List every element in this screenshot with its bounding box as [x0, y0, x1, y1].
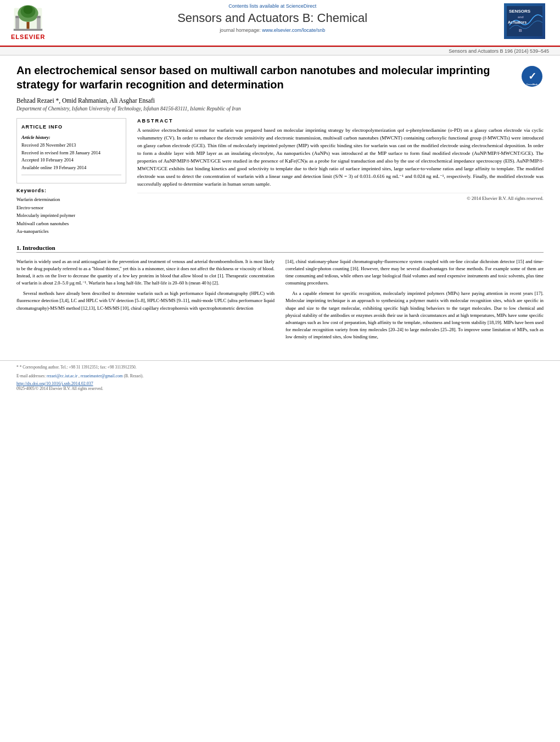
journal-header: ELSEVIER Contents lists available at Sci… — [0, 0, 560, 47]
email1-link[interactable]: rezaei@cc.iut.ac.ir — [47, 373, 77, 378]
main-content: An electrochemical sensor based on multi… — [0, 55, 560, 352]
svg-rect-9 — [37, 16, 41, 18]
sciencedirect-line: Contents lists available at ScienceDirec… — [56, 3, 489, 9]
keywords-section: Keywords: Warfarin determination Electro… — [16, 188, 126, 235]
article-info-abstract-section: ARTICLE INFO Article history: Received 2… — [16, 118, 544, 236]
received-revised-date: Received in revised form 28 January 2014 — [21, 149, 121, 157]
crossmark-svg: ✓ CrossMark — [522, 66, 542, 87]
elsevier-logo: ELSEVIER — [11, 3, 45, 40]
affiliation-line: Department of Chemistry, Isfahan Univers… — [16, 106, 544, 111]
footnote-corresponding: * * Corresponding author. Tel.: +98 31 1… — [16, 364, 544, 370]
sensors-logo-graphic: SENSORS and AcTuators B — [507, 6, 542, 36]
intro-heading: 1. Introduction — [16, 244, 544, 253]
article-info-box: ARTICLE INFO Article history: Received 2… — [16, 118, 126, 183]
crossmark-icon: ✓ CrossMark — [522, 66, 542, 87]
homepage-label: journal homepage: — [220, 27, 261, 33]
available-online-date: Available online 19 February 2014 — [21, 164, 121, 172]
journal-title: Sensors and Actuators B: Chemical — [56, 11, 489, 25]
article-info-column: ARTICLE INFO Article history: Received 2… — [16, 118, 126, 236]
copyright-line: © 2014 Elsevier B.V. All rights reserved… — [137, 193, 544, 201]
page: ELSEVIER Contents lists available at Sci… — [0, 0, 560, 742]
keywords-heading: Keywords: — [16, 188, 126, 193]
info-divider — [21, 175, 121, 175]
intro-para4: As a capable element for specific recogn… — [285, 290, 544, 341]
footnote-email: E-mail addresses: rezaei@cc.iut.ac.ir , … — [16, 373, 544, 379]
article-title-section: An electrochemical sensor based on multi… — [16, 63, 544, 92]
intro-para1: Warfarin is widely used as an oral antic… — [16, 258, 275, 287]
header-center: Contents lists available at ScienceDirec… — [45, 3, 500, 33]
svg-point-5 — [24, 5, 33, 14]
keyword-5: Au-nanoparticles — [16, 227, 126, 235]
intro-para2: Several methods have already been descri… — [16, 290, 275, 312]
svg-rect-6 — [15, 17, 19, 29]
article-title: An electrochemical sensor based on multi… — [16, 63, 516, 92]
svg-rect-10 — [14, 29, 42, 31]
svg-rect-7 — [15, 16, 19, 18]
keyword-1: Warfarin determination — [16, 196, 126, 203]
header-top: ELSEVIER Contents lists available at Sci… — [11, 3, 549, 40]
abstract-heading: ABSTRACT — [137, 118, 544, 124]
sensors-logo: SENSORS and AcTuators B — [500, 3, 549, 39]
accepted-date: Accepted 10 February 2014 — [21, 157, 121, 164]
keyword-4: Multiwall carbon nanotubes — [16, 220, 126, 227]
doi-link[interactable]: http://dx.doi.org/10.1016/j.snb.2014.02.… — [16, 381, 544, 386]
keywords-list: Warfarin determination Electro-sensor Mo… — [16, 196, 126, 235]
keyword-2: Electro-sensor — [16, 204, 126, 211]
history-label: Article history: — [21, 135, 51, 140]
email2-link[interactable]: rezaeimaster@gmail.com — [81, 373, 123, 378]
email-suffix: (B. Rezaei). — [124, 373, 143, 378]
svg-rect-2 — [27, 22, 30, 29]
intro-col2: [14], chiral stationary-phase liquid chr… — [285, 258, 544, 344]
homepage-url[interactable]: www.elsevier.com/locate/snb — [262, 27, 325, 33]
svg-text:CrossMark: CrossMark — [527, 83, 538, 86]
sensors-logo-box: SENSORS and AcTuators B — [504, 3, 545, 39]
authors-line: Behzad Rezaei *, Omid Rahmanian, Ali Asg… — [16, 97, 544, 104]
keyword-3: Molecularly imprinted polymer — [16, 211, 126, 219]
svg-text:B: B — [519, 28, 522, 33]
abstract-column: ABSTRACT A sensitive electrochemical sen… — [137, 118, 544, 236]
contents-available-text: Contents lists available at — [228, 3, 284, 9]
citation-bar: Sensors and Actuators B 196 (2014) 539–5… — [0, 47, 560, 55]
elsevier-text-label: ELSEVIER — [11, 34, 45, 40]
article-history-label: Article history: — [21, 134, 121, 142]
svg-text:✓: ✓ — [528, 71, 536, 82]
email-label: E-mail addresses: — [16, 373, 46, 378]
svg-text:and: and — [518, 15, 524, 19]
abstract-text: A sensitive electrochemical sensor for w… — [137, 127, 544, 188]
svg-text:SENSORS: SENSORS — [509, 9, 531, 14]
intro-para3: [14], chiral stationary-phase liquid chr… — [285, 258, 544, 287]
svg-text:AcTuators: AcTuators — [508, 20, 527, 24]
intro-col1: Warfarin is widely used as an oral antic… — [16, 258, 275, 344]
intro-body: Warfarin is widely used as an oral antic… — [16, 258, 544, 344]
page-footer: * * Corresponding author. Tel.: +98 31 1… — [0, 360, 560, 394]
footnote-text: * Corresponding author. Tel.: +98 31 139… — [20, 365, 137, 370]
svg-rect-8 — [37, 17, 41, 29]
authors-text: Behzad Rezaei *, Omid Rahmanian, Ali Asg… — [16, 97, 155, 104]
crossmark-badge: ✓ CrossMark — [522, 66, 544, 88]
article-info-heading: ARTICLE INFO — [21, 123, 121, 131]
journal-homepage: journal homepage: www.elsevier.com/locat… — [56, 27, 489, 33]
sciencedirect-link-text[interactable]: ScienceDirect — [286, 3, 317, 9]
issn-line: 0925-4005/© 2014 Elsevier B.V. All right… — [16, 386, 544, 391]
elsevier-tree-icon — [12, 3, 44, 34]
received-date: Received 28 November 2013 — [21, 142, 121, 149]
